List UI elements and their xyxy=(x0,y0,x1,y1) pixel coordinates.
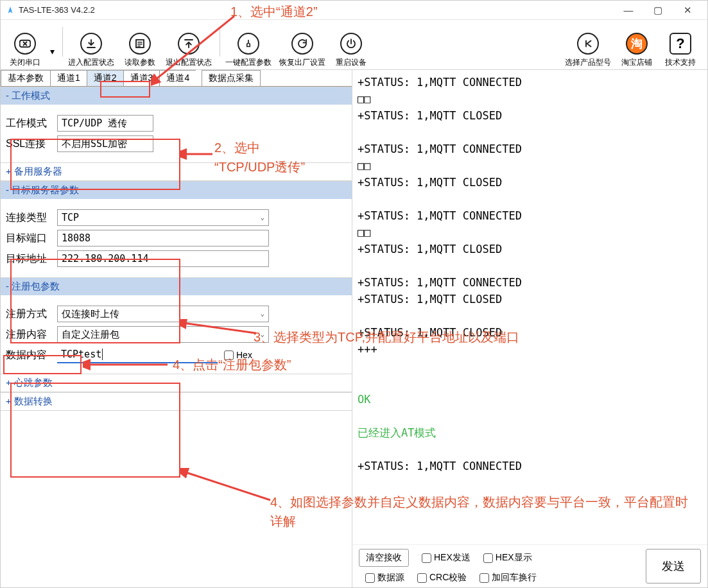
oneclick-config-button[interactable]: 一键配置参数 xyxy=(223,33,274,68)
reg-content-select[interactable]: 自定义注册包⌄ xyxy=(57,326,269,343)
section-backup-server[interactable]: + 备用服务器 xyxy=(1,162,352,181)
hex-send-checkbox[interactable]: HEX发送 xyxy=(422,552,471,564)
ssl-select[interactable]: 不启用SSL加密 xyxy=(57,135,153,152)
reload-icon xyxy=(291,33,313,55)
taobao-icon: 淘 xyxy=(626,33,648,55)
tab-channel3[interactable]: 通道3 xyxy=(123,70,160,86)
prev-icon xyxy=(577,33,599,55)
section-register[interactable]: - 注册包参数 xyxy=(1,277,352,295)
reboot-button[interactable]: 重启设备 xyxy=(331,33,372,68)
work-mode-select[interactable]: TCP/UDP 透传 xyxy=(57,115,153,132)
section-heartbeat[interactable]: + 心跳参数 xyxy=(1,374,352,392)
add-cr-checkbox[interactable]: 加回车换行 xyxy=(479,572,537,584)
tab-channel4[interactable]: 通道4 xyxy=(159,70,196,86)
left-pane: 基本参数 通道1 通道2 通道3 通道4 数据点采集 - 工作模式 工作模式 T… xyxy=(1,70,352,587)
tab-basic[interactable]: 基本参数 xyxy=(1,70,51,86)
right-pane: +STATUS: 1,MQTT CONNECTED □□ +STATUS: 1,… xyxy=(352,70,707,587)
reg-mode-label: 注册方式 xyxy=(6,307,57,321)
close-serial-icon xyxy=(14,33,36,55)
tab-channel2[interactable]: 通道2 xyxy=(87,70,124,86)
ssl-label: SSL连接 xyxy=(6,137,57,151)
toolbar: 关闭串口 ▾ 进入配置状态 读取参数 退出配置状态 一键配置参数 恢复出厂设置 … xyxy=(1,20,707,70)
app-icon xyxy=(6,6,15,15)
chevron-down-icon: ⌄ xyxy=(260,327,264,342)
tab-channel1[interactable]: 通道1 xyxy=(50,70,87,86)
hand-tap-icon xyxy=(237,33,259,55)
conn-type-select[interactable]: TCP⌄ xyxy=(57,209,269,226)
reg-content-label: 注册内容 xyxy=(6,328,57,342)
support-button[interactable]: ? 技术支持 xyxy=(660,33,701,68)
target-port-label: 目标端口 xyxy=(6,232,57,245)
toolbar-dropdown[interactable]: ▾ xyxy=(48,35,56,68)
section-work-mode-body: 工作模式 TCP/UDP 透传 SSL连接 不启用SSL加密 xyxy=(1,105,352,162)
hex-show-checkbox[interactable]: HEX显示 xyxy=(483,552,532,564)
close-serial-button[interactable]: 关闭串口 xyxy=(4,33,46,68)
enter-config-button[interactable]: 进入配置状态 xyxy=(65,33,117,68)
separator xyxy=(62,27,63,56)
clear-recv-button[interactable]: 清空接收 xyxy=(359,549,409,567)
maximize-button[interactable]: ▢ xyxy=(643,1,673,20)
target-addr-label: 目标地址 xyxy=(6,252,57,266)
close-button[interactable]: ✕ xyxy=(673,1,702,20)
work-mode-label: 工作模式 xyxy=(6,117,57,130)
conn-type-label: 连接类型 xyxy=(6,211,57,225)
data-content-label: 数据内容 xyxy=(6,349,57,362)
data-content-input[interactable]: TCPtest xyxy=(57,347,218,363)
section-target-server-body: 连接类型 TCP⌄ 目标端口 18088 目标地址 222.180.200.11… xyxy=(1,199,352,277)
power-icon xyxy=(340,33,362,55)
question-icon: ? xyxy=(669,33,691,55)
separator xyxy=(220,27,220,56)
minimize-button[interactable]: — xyxy=(614,1,643,20)
tab-datapoint[interactable]: 数据点采集 xyxy=(202,70,261,86)
section-register-body: 注册方式 仅连接时上传⌄ 注册内容 自定义注册包⌄ 数据内容 TCPtest H… xyxy=(1,295,352,374)
taobao-shop-button[interactable]: 淘 淘宝店铺 xyxy=(616,33,657,68)
download-in-icon xyxy=(80,33,102,55)
target-port-input[interactable]: 18088 xyxy=(57,230,269,246)
tabs: 基本参数 通道1 通道2 通道3 通道4 数据点采集 xyxy=(1,70,352,87)
section-work-mode[interactable]: - 工作模式 xyxy=(1,87,352,105)
restore-factory-button[interactable]: 恢复出厂设置 xyxy=(277,33,328,68)
list-search-icon xyxy=(129,33,151,55)
send-button[interactable]: 发送 xyxy=(646,549,701,584)
read-params-button[interactable]: 读取参数 xyxy=(119,33,160,68)
section-target-server[interactable]: - 目标服务器参数 xyxy=(1,181,352,199)
target-addr-input[interactable]: 222.180.200.114 xyxy=(57,250,269,267)
exit-config-button[interactable]: 退出配置状态 xyxy=(163,33,214,68)
titlebar: TAS-LTE-363 V4.2.2 — ▢ ✕ xyxy=(1,1,707,20)
chevron-down-icon: ⌄ xyxy=(260,210,264,225)
chevron-down-icon: ⌄ xyxy=(260,306,264,322)
bottom-bar: 清空接收 HEX发送 HEX显示 数据源 CRC校验 加回车换行 发送 xyxy=(352,544,707,587)
data-src-checkbox[interactable]: 数据源 xyxy=(365,572,404,584)
log-output[interactable]: +STATUS: 1,MQTT CONNECTED □□ +STATUS: 1,… xyxy=(352,70,707,544)
hex-checkbox[interactable]: Hex xyxy=(224,350,252,360)
reg-mode-select[interactable]: 仅连接时上传⌄ xyxy=(57,306,269,322)
select-product-button[interactable]: 选择产品型号 xyxy=(562,33,614,68)
crc-checkbox[interactable]: CRC校验 xyxy=(417,572,467,584)
window-title: TAS-LTE-363 V4.2.2 xyxy=(19,5,614,15)
upload-out-icon xyxy=(178,33,200,55)
section-convert[interactable]: + 数据转换 xyxy=(1,392,352,411)
